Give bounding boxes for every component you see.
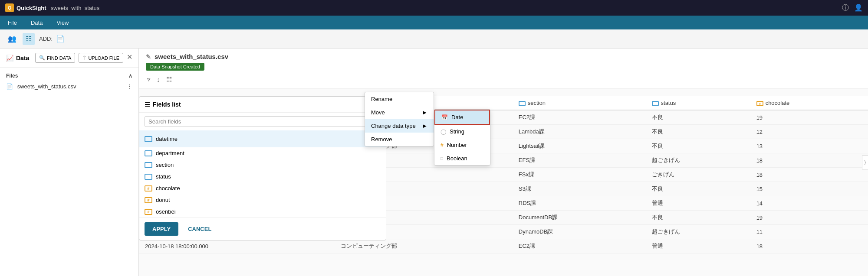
add-label: ADD: 📄 [39, 33, 66, 45]
table-cell: コンピューティング部 [335, 239, 513, 253]
submenu-number[interactable]: # Number [434, 138, 490, 152]
col-chocolate: #chocolate [750, 96, 868, 110]
grid-icon[interactable]: ☷ [165, 74, 173, 84]
close-sidebar-icon[interactable]: ✕ [127, 53, 132, 63]
cancel-button[interactable]: CANCEL [183, 222, 217, 236]
file-menu-icon[interactable]: ⋮ [127, 83, 132, 90]
top-bar: Q QuickSight sweets_with_status ⓘ 👤 [0, 0, 868, 16]
col-type-string-icon [652, 101, 659, 106]
fields-panel-header: ☰ Fields list ✕ [139, 97, 386, 113]
field-name: datetime [156, 136, 178, 142]
table-cell: DocumentDB課 [513, 211, 646, 225]
search-box[interactable]: 🔍 [145, 116, 381, 127]
table-cell: 不良 [646, 125, 750, 139]
col-type-string-icon [519, 101, 526, 106]
files-header: Files ∧ [6, 71, 132, 81]
main-layout: 📈 Data 🔍 FIND DATA ⇧ UPLOAD FILE ✕ Files… [0, 49, 868, 276]
table-cell: 18 [750, 168, 868, 182]
upload-icon: ⇧ [82, 55, 86, 61]
right-collapse-button[interactable]: ⟩ [862, 156, 868, 169]
table-cell: S3課 [513, 182, 646, 196]
table-cell: 普通 [646, 239, 750, 253]
menu-data[interactable]: Data [28, 18, 45, 28]
field-item[interactable]: #donut [139, 194, 386, 206]
upload-file-button[interactable]: ⇧ UPLOAD FILE [79, 53, 123, 63]
table-cell: DynamoDB課 [513, 225, 646, 239]
files-collapse-icon[interactable]: ∧ [128, 73, 132, 79]
table-cell: 12 [750, 125, 868, 139]
col-status: status [646, 96, 750, 110]
submenu-string[interactable]: ◯ String [434, 125, 490, 138]
submenu-date[interactable]: 📅 Date [434, 110, 490, 125]
file-icon: 📄 [6, 83, 13, 90]
table-cell: 18 [750, 153, 868, 168]
field-item[interactable]: department [139, 147, 386, 159]
help-icon[interactable]: ⓘ [842, 3, 849, 13]
table-cell: RDS課 [513, 196, 646, 211]
menu-file[interactable]: File [5, 18, 20, 28]
add-data-icon[interactable]: 📄 [54, 33, 66, 45]
table-cell: 不良 [646, 139, 750, 153]
number-icon: # [441, 142, 444, 148]
context-menu-move[interactable]: Move ► [365, 106, 434, 119]
person-network-icon[interactable]: 👥 [6, 33, 18, 45]
sidebar-header: 📈 Data 🔍 FIND DATA ⇧ UPLOAD FILE ✕ [0, 49, 138, 68]
user-icon[interactable]: 👤 [854, 3, 863, 13]
apply-button[interactable]: APPLY [145, 222, 178, 236]
table-cell: 不良 [646, 211, 750, 225]
file-item[interactable]: 📄 sweets_with_status.csv ⋮ [6, 81, 132, 92]
table-cell: 11 [750, 225, 868, 239]
data-icon: 📈 [6, 55, 13, 62]
table-cell: 13 [750, 139, 868, 153]
string-icon: ◯ [441, 129, 446, 135]
field-item[interactable]: section [139, 159, 386, 171]
table-cell: 普通 [646, 196, 750, 211]
field-item[interactable]: #chocolate [139, 182, 386, 194]
fields-panel: ☰ Fields list ✕ 🔍 datetime⋮departmentsec… [139, 96, 386, 240]
table-row: 2024-10-18 18:00:00.000コンピューティング部EC2課普通1… [139, 239, 868, 253]
menu-view[interactable]: View [54, 18, 71, 28]
field-type-icon [145, 150, 152, 156]
context-menu-rename[interactable]: Rename [365, 92, 434, 106]
context-menu-remove[interactable]: Remove [365, 133, 434, 146]
search-icon: 🔍 [39, 55, 45, 61]
field-item[interactable]: #osenbei [139, 206, 386, 218]
logo-icon: Q [5, 3, 14, 12]
find-data-button[interactable]: 🔍 FIND DATA [35, 53, 75, 63]
arrow-right-icon: ► [422, 109, 427, 116]
date-icon: 📅 [441, 114, 448, 120]
table-cell: Lambda課 [513, 125, 646, 139]
field-type-icon [145, 174, 152, 180]
field-name: osenbei [156, 208, 176, 215]
field-name: chocolate [156, 185, 180, 192]
sort-icon[interactable]: ↕ [155, 75, 161, 84]
field-type-icon [145, 162, 152, 168]
top-bar-right: ⓘ 👤 [842, 3, 863, 13]
tab-title: sweets_with_status [51, 5, 100, 11]
field-item[interactable]: status [139, 171, 386, 182]
submenu-boolean[interactable]: □ Boolean [434, 152, 490, 165]
field-type-icon [145, 136, 152, 142]
table-cell: 15 [750, 182, 868, 196]
search-input[interactable] [148, 118, 370, 125]
table-cell: 不良 [646, 110, 750, 125]
col-section: section [513, 96, 646, 110]
table-cell: 14 [750, 196, 868, 211]
table-cell: Lightsail課 [513, 139, 646, 153]
context-menu: Rename Move ► Change data type ► Remove [365, 92, 434, 146]
field-name: section [156, 162, 174, 168]
left-sidebar: 📈 Data 🔍 FIND DATA ⇧ UPLOAD FILE ✕ Files… [0, 49, 139, 276]
field-item[interactable]: datetime⋮ [139, 130, 386, 147]
field-name: department [156, 150, 184, 156]
content-toolbar: ▿ ↕ ☷ [146, 71, 861, 84]
fields-list: datetime⋮departmentsectionstatus#chocola… [139, 130, 386, 218]
context-menu-change-datatype[interactable]: Change data type ► [365, 119, 434, 133]
files-section: Files ∧ 📄 sweets_with_status.csv ⋮ [0, 68, 138, 96]
sidebar-title: 📈 Data [6, 55, 29, 62]
table-icon[interactable]: ☷ [23, 33, 35, 45]
arrow-right-icon: ► [422, 123, 427, 129]
filter-icon[interactable]: ▿ [146, 74, 152, 84]
field-type-icon: # [145, 209, 152, 215]
table-cell: 19 [750, 110, 868, 125]
table-cell: EC2課 [513, 110, 646, 125]
